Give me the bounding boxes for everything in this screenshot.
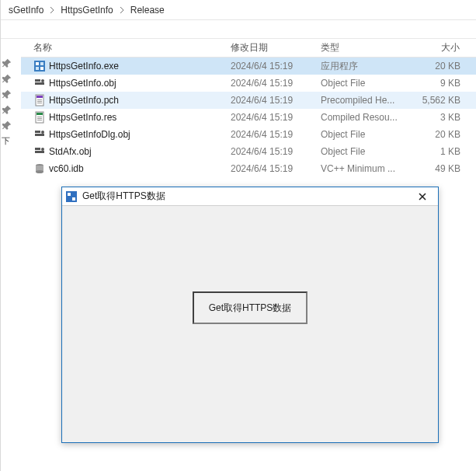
- chevron-right-icon: [118, 7, 126, 13]
- dialog-window: Get取得HTTPS数据 Get取得HTTPS数据: [61, 187, 439, 443]
- file-name: HttpsGetInfo.pch: [49, 95, 119, 106]
- table-row[interactable]: StdAfx.obj2024/6/4 15:19Object File1 KB: [21, 143, 476, 160]
- pin-icon: [2, 120, 12, 131]
- pin-icon: [2, 89, 12, 99]
- file-type-icon: [33, 94, 46, 106]
- file-size: 1 KB: [409, 146, 468, 157]
- svg-rect-11: [37, 101, 42, 102]
- table-row[interactable]: HttpsGetInfoDlg.obj2024/6/4 15:19Object …: [21, 126, 476, 143]
- file-name: vc60.idb: [49, 163, 84, 174]
- file-modified: 2024/6/4 15:19: [231, 95, 321, 106]
- quick-access-pins: 下: [0, 54, 14, 147]
- svg-rect-19: [35, 131, 40, 133]
- file-modified: 2024/6/4 15:19: [231, 112, 321, 123]
- pin-icon: [2, 58, 12, 68]
- file-size: 3 KB: [409, 112, 468, 123]
- file-type: Object File: [321, 129, 409, 140]
- file-type: Object File: [321, 78, 409, 89]
- column-headers: 名称 修改日期 类型 大小: [21, 39, 476, 58]
- svg-rect-4: [40, 67, 43, 70]
- svg-rect-3: [36, 67, 39, 70]
- file-size: 20 KB: [409, 129, 468, 140]
- close-button[interactable]: [407, 187, 438, 206]
- breadcrumb-item[interactable]: sGetInfo: [4, 0, 48, 20]
- file-modified: 2024/6/4 15:19: [231, 61, 321, 72]
- column-header-name[interactable]: 名称: [30, 41, 231, 54]
- chevron-right-icon: [48, 7, 56, 13]
- file-type-icon: [33, 128, 46, 141]
- svg-point-20: [41, 131, 44, 134]
- toolbar-spacer: [1, 20, 476, 39]
- svg-rect-5: [35, 82, 44, 85]
- svg-rect-1: [36, 62, 39, 65]
- file-modified: 2024/6/4 15:19: [231, 146, 321, 157]
- file-type-icon: [33, 162, 46, 175]
- file-type: Object File: [321, 146, 409, 157]
- file-list: 名称 修改日期 类型 大小 HttpsGetInfo.exe2024/6/4 1…: [21, 39, 476, 177]
- column-header-modified[interactable]: 修改日期: [231, 41, 321, 54]
- get-https-button[interactable]: Get取得HTTPS数据: [193, 291, 307, 324]
- dialog-title: Get取得HTTPS数据: [82, 190, 407, 203]
- pin-icon: [2, 73, 12, 84]
- svg-rect-17: [37, 120, 42, 120]
- app-icon: [65, 190, 78, 203]
- column-header-type[interactable]: 类型: [321, 41, 409, 54]
- file-type: Compiled Resou...: [321, 112, 409, 123]
- svg-rect-9: [36, 96, 43, 98]
- file-size: 49 KB: [409, 163, 468, 174]
- svg-rect-29: [72, 197, 75, 201]
- file-name: HttpsGetInfo.obj: [49, 78, 116, 89]
- table-row[interactable]: HttpsGetInfo.res2024/6/4 15:19Compiled R…: [21, 109, 476, 126]
- breadcrumb-item[interactable]: HttpsGetInfo: [56, 0, 117, 20]
- svg-rect-21: [35, 151, 44, 153]
- file-type: VC++ Minimum ...: [321, 163, 409, 174]
- file-name: HttpsGetInfoDlg.obj: [49, 129, 130, 140]
- svg-rect-12: [37, 103, 42, 103]
- sidebar-fragment-text: 下: [2, 135, 14, 147]
- svg-point-26: [36, 170, 43, 173]
- pin-icon: [2, 104, 12, 115]
- file-type: Precompiled He...: [321, 95, 409, 106]
- file-size: 9 KB: [409, 78, 468, 89]
- table-row[interactable]: HttpsGetInfo.exe2024/6/4 15:19应用程序20 KB: [21, 58, 476, 75]
- file-name: HttpsGetInfo.res: [49, 112, 116, 123]
- dialog-titlebar[interactable]: Get取得HTTPS数据: [62, 187, 438, 206]
- column-header-size[interactable]: 大小: [409, 41, 468, 54]
- file-name: StdAfx.obj: [49, 146, 92, 157]
- svg-point-23: [41, 148, 44, 151]
- svg-rect-10: [37, 99, 42, 100]
- file-modified: 2024/6/4 15:19: [231, 129, 321, 140]
- svg-rect-16: [37, 118, 42, 119]
- table-row[interactable]: vc60.idb2024/6/4 15:19VC++ Minimum ...49…: [21, 160, 476, 177]
- table-row[interactable]: HttpsGetInfo.obj2024/6/4 15:19Object Fil…: [21, 75, 476, 92]
- file-type-icon: [33, 60, 46, 72]
- file-type-icon: [33, 77, 46, 89]
- svg-rect-18: [35, 134, 44, 136]
- file-size: 20 KB: [409, 61, 468, 72]
- file-type: 应用程序: [321, 60, 409, 73]
- file-size: 5,562 KB: [409, 95, 468, 106]
- breadcrumb: sGetInfo HttpsGetInfo Release: [1, 0, 476, 20]
- file-type-icon: [33, 145, 46, 158]
- file-modified: 2024/6/4 15:19: [231, 163, 321, 174]
- file-type-icon: [33, 111, 46, 124]
- svg-rect-6: [35, 79, 40, 82]
- svg-rect-28: [68, 193, 71, 196]
- dialog-body: Get取得HTTPS数据: [62, 206, 438, 442]
- file-modified: 2024/6/4 15:19: [231, 78, 321, 89]
- svg-rect-2: [40, 62, 43, 65]
- breadcrumb-item[interactable]: Release: [126, 0, 169, 20]
- get-https-button-label: Get取得HTTPS数据: [209, 302, 292, 315]
- svg-rect-15: [37, 117, 42, 117]
- svg-rect-14: [36, 113, 43, 115]
- svg-rect-22: [35, 148, 40, 150]
- table-row[interactable]: HttpsGetInfo.pch2024/6/4 15:19Precompile…: [21, 92, 476, 109]
- file-name: HttpsGetInfo.exe: [49, 61, 119, 72]
- svg-point-7: [41, 79, 44, 82]
